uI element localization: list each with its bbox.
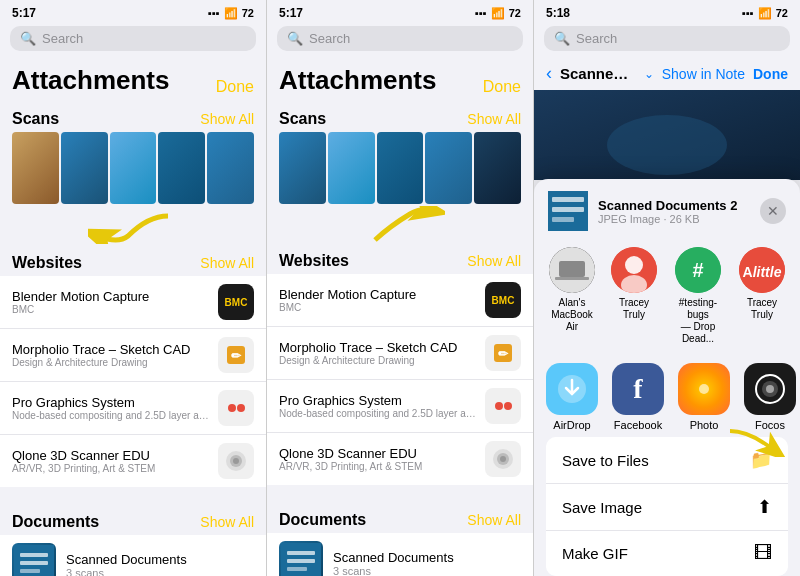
website-item-morph[interactable]: Morpholio Trace – Sketch CAD Design & Ar… <box>0 329 266 382</box>
search-bar-2[interactable]: 🔍 Search <box>277 26 523 51</box>
contact-testing-avatar: # <box>675 247 721 293</box>
doc-thumb-2 <box>279 541 323 576</box>
morph-icon-2: ✏ <box>485 335 521 371</box>
websites-title-1: Websites <box>12 254 82 272</box>
contact-testing[interactable]: # #testing-bugs— Drop Dead... <box>670 247 726 345</box>
contact-tracey1-label: TraceyTruly <box>619 297 649 321</box>
scans-strip-wrapper-1 <box>0 132 266 244</box>
website-item-qlone-2[interactable]: Qlone 3D Scanner EDU AR/VR, 3D Printing,… <box>267 433 533 485</box>
search-bar-3[interactable]: 🔍 Search <box>544 26 790 51</box>
svg-text:✏: ✏ <box>498 347 509 361</box>
website-item-bmc[interactable]: Blender Motion Capture BMC BMC <box>0 276 266 329</box>
documents-section-1: Documents Show All Scanned Documents 3 s… <box>0 503 266 576</box>
wifi-icon: 📶 <box>224 7 238 20</box>
scans-title-1: Scans <box>12 110 59 128</box>
scan-thumb-1[interactable] <box>12 132 59 204</box>
status-bar-1: 5:17 ▪▪▪ 📶 72 <box>0 0 266 22</box>
svg-rect-9 <box>20 569 40 573</box>
doc-sub-1: 3 scans <box>66 567 254 577</box>
documents-show-all-1[interactable]: Show All <box>200 514 254 530</box>
pro-icon-2 <box>485 388 521 424</box>
app-focos[interactable]: Focos <box>744 363 796 431</box>
websites-show-all-1[interactable]: Show All <box>200 255 254 271</box>
share-file-size: JPEG Image · 26 KB <box>598 213 750 225</box>
scan-thumb-2[interactable] <box>61 132 108 204</box>
doc-item-2[interactable]: Scanned Documents 3 scans <box>267 533 533 576</box>
show-in-note-btn[interactable]: Show in Note <box>662 66 745 82</box>
website-item-bmc-2[interactable]: Blender Motion Capture BMC BMC <box>267 274 533 327</box>
make-gif-action[interactable]: Make GIF 🎞 <box>546 531 788 576</box>
done-button-2[interactable]: Done <box>483 78 521 96</box>
scan-thumb-2e[interactable] <box>474 132 521 204</box>
scans-show-all-2[interactable]: Show All <box>467 111 521 127</box>
time-2: 5:17 <box>279 6 303 20</box>
documents-show-all-2[interactable]: Show All <box>467 512 521 528</box>
scan-thumb-2c[interactable] <box>377 132 424 204</box>
search-icon-3: 🔍 <box>554 31 570 46</box>
scan-thumb-2a[interactable] <box>279 132 326 204</box>
website-qlone-name: Qlone 3D Scanner EDU <box>12 448 210 463</box>
wifi-icon-2: 📶 <box>491 7 505 20</box>
save-image-icon: ⬆ <box>757 496 772 518</box>
save-image-action[interactable]: Save Image ⬆ <box>546 484 788 531</box>
contact-macbook[interactable]: Alan'sMacBook Air <box>546 247 598 345</box>
share-actions-group: Save to Files 📁 Save Image ⬆ Make GIF 🎞 <box>546 437 788 576</box>
website-pro-text: Pro Graphics System Node-based compositi… <box>12 395 210 421</box>
search-label-2: Search <box>309 31 350 46</box>
share-apps-row: AirDrop f Facebook Photo <box>534 355 800 437</box>
panel-1-content: Attachments Done Scans Show All <box>0 57 266 576</box>
search-icon-1: 🔍 <box>20 31 36 46</box>
svg-point-30 <box>625 256 643 274</box>
search-bar-1[interactable]: 🔍 Search <box>10 26 256 51</box>
scans-strip-2 <box>267 132 533 204</box>
scan-thumb-3[interactable] <box>110 132 157 204</box>
photo-icon <box>678 363 730 415</box>
svg-text:Alittle: Alittle <box>743 264 782 280</box>
share-file-info: Scanned Documents 2 JPEG Image · 26 KB <box>598 198 750 225</box>
note-done-btn[interactable]: Done <box>753 66 788 82</box>
done-button-1[interactable]: Done <box>216 78 254 96</box>
website-pro-text-2: Pro Graphics System Node-based compositi… <box>279 393 477 419</box>
share-close-button[interactable]: ✕ <box>760 198 786 224</box>
contact-testing-label: #testing-bugs— Drop Dead... <box>670 297 726 345</box>
contact-tracey2[interactable]: Alittle TraceyTruly <box>736 247 788 345</box>
svg-rect-17 <box>287 551 315 555</box>
scan-thumb-2d[interactable] <box>425 132 472 204</box>
share-header: Scanned Documents 2 JPEG Image · 26 KB ✕ <box>534 191 800 241</box>
scans-strip-1 <box>0 132 266 204</box>
contact-tracey2-avatar: Alittle <box>739 247 785 293</box>
website-bmc-sub-2: BMC <box>279 302 477 313</box>
website-morph-name-2: Morpholio Trace – Sketch CAD <box>279 340 477 355</box>
note-nav: ‹ Scanned Docu... ⌄ Show in Note Done <box>534 57 800 90</box>
scan-thumb-5[interactable] <box>207 132 254 204</box>
panel-2-content: Attachments Done Scans Show All <box>267 57 533 576</box>
doc-item-1[interactable]: Scanned Documents 3 scans <box>0 535 266 576</box>
documents-title-2: Documents <box>279 511 366 529</box>
attachments-title-1: Attachments <box>12 65 169 96</box>
websites-show-all-2[interactable]: Show All <box>467 253 521 269</box>
scan-thumb-4[interactable] <box>158 132 205 204</box>
website-bmc-name-2: Blender Motion Capture <box>279 287 477 302</box>
scan-thumb-2b[interactable] <box>328 132 375 204</box>
doc-name-2: Scanned Documents <box>333 550 521 565</box>
panel-3: 5:18 ▪▪▪ 📶 72 🔍 Search ‹ Scanned Docu...… <box>534 0 800 576</box>
scans-show-all-1[interactable]: Show All <box>200 111 254 127</box>
contact-tracey1-avatar <box>611 247 657 293</box>
qlone-icon-2 <box>485 441 521 477</box>
app-airdrop[interactable]: AirDrop <box>546 363 598 431</box>
contact-tracey2-label: TraceyTruly <box>747 297 777 321</box>
share-contacts-row: Alan'sMacBook Air TraceyTruly # #testing… <box>534 241 800 355</box>
website-item-pro-2[interactable]: Pro Graphics System Node-based compositi… <box>267 380 533 433</box>
app-photo[interactable]: Photo <box>678 363 730 431</box>
website-item-pro[interactable]: Pro Graphics System Node-based compositi… <box>0 382 266 435</box>
pro-icon <box>218 390 254 426</box>
svg-text:✏: ✏ <box>231 349 242 363</box>
app-facebook[interactable]: f Facebook <box>612 363 664 431</box>
website-item-morph-2[interactable]: Morpholio Trace – Sketch CAD Design & Ar… <box>267 327 533 380</box>
chevron-down-icon[interactable]: ⌄ <box>644 67 654 81</box>
contact-tracey1[interactable]: TraceyTruly <box>608 247 660 345</box>
time-1: 5:17 <box>12 6 36 20</box>
doc-sub-2: 3 scans <box>333 565 521 577</box>
website-item-qlone[interactable]: Qlone 3D Scanner EDU AR/VR, 3D Printing,… <box>0 435 266 487</box>
website-morph-sub: Design & Architecture Drawing <box>12 357 210 368</box>
